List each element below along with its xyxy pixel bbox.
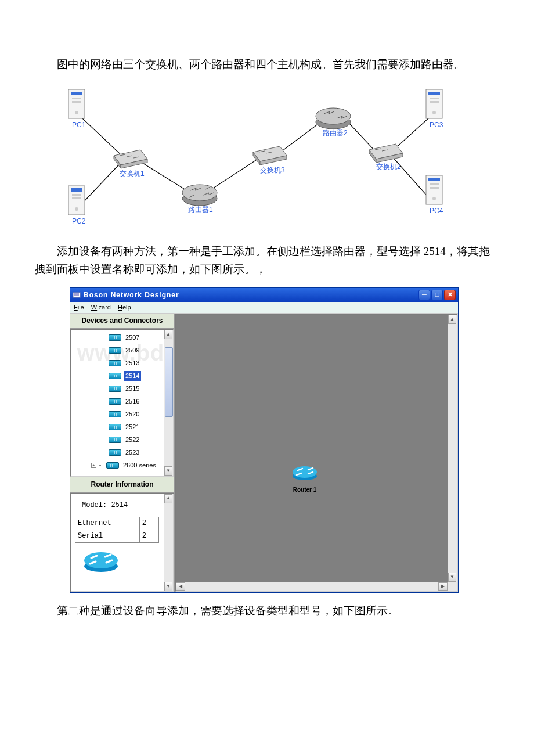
svg-rect-21	[430, 101, 439, 103]
menu-file[interactable]: File	[74, 303, 84, 313]
tree-item-2523[interactable]: 2523	[74, 446, 173, 459]
paragraph-3: 第二种是通过设备向导添加，需要选择设备类型和型号，如下图所示。	[35, 602, 499, 620]
table-row: Serial 2	[75, 530, 159, 542]
canvas-horizontal-scrollbar[interactable]: ◀ ▶	[176, 582, 448, 591]
tree-item-2522[interactable]: 2522	[74, 433, 173, 446]
label-sw1: 交换机1	[120, 168, 145, 179]
scroll-thumb[interactable]	[165, 347, 173, 417]
router-info-header: Router Information	[70, 477, 174, 492]
canvas-vertical-scrollbar[interactable]: ▲ ▼	[448, 315, 457, 582]
minimize-button[interactable]: ─	[418, 290, 430, 300]
svg-point-17	[75, 207, 78, 211]
router-icon	[109, 398, 121, 405]
paragraph-1: 图中的网络由三个交换机、两个路由器和四个主机构成。首先我们需要添加路由器。	[35, 56, 499, 73]
router-preview-icon	[83, 550, 119, 573]
info-scrollbar[interactable]: ▲ ▼	[164, 494, 173, 592]
label-r2: 路由器2	[323, 128, 348, 139]
design-canvas[interactable]: Router 1 ▲ ▼ ◀ ▶	[175, 314, 458, 592]
label-pc2: PC2	[72, 216, 85, 227]
svg-line-6	[392, 117, 430, 151]
close-button[interactable]: ✕	[444, 290, 456, 300]
devices-header: Devices and Connectors	[70, 314, 174, 329]
label-pc1: PC1	[72, 120, 85, 131]
svg-rect-25	[430, 183, 439, 185]
router-icon	[109, 411, 121, 417]
titlebar[interactable]: Boson Network Designer ─ □ ✕	[70, 288, 458, 302]
router-icon	[109, 386, 121, 392]
svg-rect-14	[71, 188, 82, 192]
label-pc3: PC3	[430, 120, 443, 131]
svg-rect-24	[428, 178, 440, 181]
label-sw3: 交换机3	[260, 165, 285, 176]
svg-point-27	[432, 197, 436, 200]
maximize-button[interactable]: □	[431, 290, 443, 300]
label-pc4: PC4	[430, 206, 443, 217]
svg-line-3	[208, 157, 261, 192]
router-icon	[109, 437, 121, 443]
scroll-down-icon[interactable]: ▼	[164, 582, 172, 591]
boson-network-designer-window: Boson Network Designer ─ □ ✕ File Wizard…	[70, 287, 459, 593]
scroll-right-icon[interactable]: ▶	[438, 582, 448, 591]
svg-line-1	[81, 160, 123, 204]
tree-item-2520[interactable]: 2520	[74, 408, 173, 420]
paragraph-2: 添加设备有两种方法，第一种是手工添加。在侧边栏选择路由器，型号选择 2514，将…	[35, 243, 499, 278]
svg-rect-15	[72, 194, 81, 196]
tree-item-2514[interactable]: 2514	[74, 369, 173, 382]
svg-line-0	[81, 117, 123, 157]
canvas-router-1[interactable]: Router 1	[292, 465, 317, 495]
scroll-up-icon[interactable]: ▲	[448, 315, 456, 324]
scroll-left-icon[interactable]: ◀	[176, 582, 185, 591]
router-info-body: Model: 2514 Ethernet 2 Serial 2	[70, 493, 174, 593]
interface-table: Ethernet 2 Serial 2	[75, 517, 159, 543]
router-icon	[109, 424, 121, 430]
menu-help[interactable]: Help	[118, 303, 131, 313]
tree-item-2600-series[interactable]: +2600 series	[74, 459, 173, 471]
menubar: File Wizard Help	[70, 302, 458, 314]
svg-rect-9	[71, 92, 82, 95]
device-tree[interactable]: www.bdocx.com 2507 2509 2513 2514 2515 2…	[70, 329, 174, 477]
svg-rect-16	[72, 197, 81, 199]
scroll-up-icon[interactable]: ▲	[164, 330, 172, 339]
app-icon	[73, 291, 81, 299]
tree-item-2509[interactable]: 2509	[74, 344, 173, 357]
network-topology-diagram: PC1 PC2 PC3 PC4 交换机1 交换机2 交换机3 路由器1 路由器2	[58, 82, 453, 233]
side-panel: Devices and Connectors www.bdocx.com 250…	[70, 314, 175, 592]
svg-point-45	[182, 185, 217, 201]
scroll-down-icon[interactable]: ▼	[164, 466, 172, 476]
model-line: Model: 2514	[82, 500, 169, 511]
tree-item-2516[interactable]: 2516	[74, 395, 173, 408]
expand-icon[interactable]: +	[91, 463, 96, 468]
router-icon	[109, 449, 121, 456]
tree-scrollbar[interactable]: ▲ ▼	[164, 330, 173, 476]
svg-point-22	[432, 111, 436, 114]
svg-rect-19	[428, 92, 440, 95]
tree-item-2513[interactable]: 2513	[74, 357, 173, 369]
router-icon	[109, 347, 121, 354]
router-icon	[109, 360, 121, 366]
tree-item-2507[interactable]: 2507	[74, 331, 173, 344]
svg-rect-10	[72, 98, 81, 99]
router-icon	[109, 373, 121, 379]
scroll-down-icon[interactable]: ▼	[448, 573, 456, 582]
label-sw2: 交换机2	[376, 161, 401, 172]
router-icon	[109, 334, 121, 341]
svg-rect-20	[430, 98, 439, 99]
svg-rect-11	[72, 101, 81, 103]
scroll-corner	[448, 582, 457, 591]
svg-point-47	[316, 108, 351, 124]
window-title: Boson Network Designer	[84, 290, 418, 301]
canvas-router-label: Router 1	[292, 485, 317, 495]
router-icon	[106, 462, 119, 469]
svg-line-2	[138, 160, 190, 193]
svg-point-12	[75, 111, 78, 114]
tree-item-2515[interactable]: 2515	[74, 382, 173, 395]
svg-rect-26	[430, 187, 439, 189]
table-row: Ethernet 2	[75, 517, 159, 530]
scroll-up-icon[interactable]: ▲	[164, 494, 172, 503]
menu-wizard[interactable]: Wizard	[91, 303, 111, 313]
tree-item-2521[interactable]: 2521	[74, 420, 173, 433]
label-r1: 路由器1	[188, 204, 213, 215]
